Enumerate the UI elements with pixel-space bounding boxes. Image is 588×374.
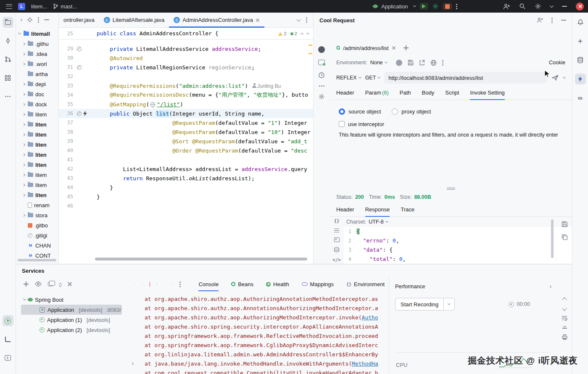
tree-item[interactable]: .githu <box>16 39 58 49</box>
environment-icon[interactable] <box>318 60 325 65</box>
response-body[interactable]: 1{2 "errno": 0,3 "data": {4 "total": 0,5… <box>344 227 572 264</box>
code-line[interactable]: 32 <box>59 72 313 81</box>
open-in-new-tab-icon[interactable] <box>48 282 53 286</box>
code-line[interactable]: 36 public Object list(Integer userId, St… <box>59 109 313 118</box>
console-tab-beans[interactable]: Beans <box>231 277 253 291</box>
chevron-right-icon[interactable] <box>22 163 25 166</box>
align-icon[interactable] <box>334 229 339 232</box>
tree-item[interactable]: renam <box>16 200 58 210</box>
charset-selector[interactable]: UTF-8 <box>369 219 388 225</box>
tree-item[interactable]: litem <box>16 170 58 180</box>
tree-item[interactable]: liten <box>16 140 58 150</box>
console-output[interactable]: at org.apache.shiro.authz.aop.Authorizin… <box>126 291 389 374</box>
tree-item[interactable]: .gitigi <box>16 230 58 240</box>
restart-spring-icon[interactable] <box>142 281 143 287</box>
chevron-right-icon[interactable] <box>22 82 25 85</box>
response-scrollbar[interactable] <box>551 219 554 258</box>
code-line[interactable]: 39 @Sort @RequestParam(defaultValue = "a… <box>59 137 313 146</box>
bean-gutter-icon[interactable] <box>77 111 82 116</box>
json-format-icon[interactable]: {} <box>334 218 339 224</box>
api-group-icon[interactable] <box>318 46 325 53</box>
response-line[interactable]: 3 "data": { <box>344 245 572 255</box>
chevron-right-icon[interactable] <box>22 213 25 216</box>
error-stripe-mark[interactable] <box>309 53 312 54</box>
more-icon[interactable] <box>321 85 322 87</box>
tab-body[interactable]: Body <box>422 86 435 100</box>
console-tab-health[interactable]: Health <box>266 277 289 291</box>
expand-performance-icon[interactable] <box>548 285 551 288</box>
save-icon[interactable] <box>408 60 414 66</box>
close-tab-icon[interactable] <box>392 46 396 50</box>
chevron-right-icon[interactable] <box>22 193 25 196</box>
recording-options-icon[interactable] <box>443 298 454 310</box>
gc-icon[interactable] <box>172 281 173 287</box>
more-tools-button[interactable] <box>3 91 13 102</box>
stack-trace-link[interactable]: Autho <box>362 314 378 321</box>
service-item[interactable]: Spring Boot <box>21 295 122 305</box>
chevron-right-icon[interactable] <box>22 42 25 45</box>
tree-item[interactable]: liten <box>16 119 58 129</box>
navigate-icon[interactable] <box>19 18 22 21</box>
tree-item[interactable]: .idea <box>16 49 58 59</box>
editor-hscrollbar[interactable] <box>95 258 307 261</box>
terminal-tool-button[interactable] <box>3 352 13 363</box>
hide-panel-icon[interactable] <box>44 19 49 20</box>
build-settings-button[interactable] <box>432 3 439 10</box>
thread-dump-icon[interactable] <box>157 282 158 287</box>
expand-collapse-icon[interactable] <box>59 282 61 287</box>
soft-wrap-icon[interactable] <box>562 316 568 321</box>
chevron-right-icon[interactable] <box>22 183 25 186</box>
cool-request-tool-button[interactable] <box>575 74 586 84</box>
send-options-icon[interactable] <box>563 76 566 79</box>
request-tab[interactable]: G /admin/address/list <box>336 45 396 51</box>
editor-tab[interactable]: CAdminAddressController.java <box>169 13 264 27</box>
chevron-right-icon[interactable] <box>22 173 25 176</box>
code-line[interactable]: 29 private LitemallAddressService addres… <box>59 44 313 53</box>
structure-tool-button[interactable] <box>3 72 13 83</box>
tab-path[interactable]: Path <box>400 86 411 100</box>
chevron-right-icon[interactable] <box>22 133 25 136</box>
tree-item[interactable]: MCHAN <box>16 240 58 250</box>
settings-gear-icon[interactable] <box>318 93 325 100</box>
http-method-selector[interactable]: GET <box>365 75 380 81</box>
console-more-icon[interactable] <box>179 284 181 285</box>
tab-param[interactable]: Param(6) <box>365 86 389 100</box>
tree-item[interactable]: .worl <box>16 59 58 69</box>
scroll-to-end-icon[interactable] <box>562 326 567 329</box>
open-log-icon[interactable] <box>165 281 166 287</box>
run-config-selector[interactable]: Application <box>381 3 416 10</box>
run-more-icon[interactable] <box>456 6 457 7</box>
tree-item[interactable]: liten <box>16 190 58 200</box>
stack-trace-link[interactable]: MethodHa <box>352 361 378 367</box>
response-line[interactable]: 2 "errno": 0, <box>344 236 572 245</box>
ai-assistant-button[interactable] <box>575 36 586 47</box>
scroll-top-icon[interactable] <box>562 297 567 302</box>
console-tab-mappings[interactable]: Mappings <box>302 277 334 291</box>
next-problem-icon[interactable] <box>306 32 309 34</box>
code-line[interactable]: 38 @RequestParam(defaultValue = "10") In… <box>59 127 313 137</box>
sticky-class-header[interactable]: 25 public class AdminAddressController {… <box>59 28 313 40</box>
editor-tab[interactable]: ontroller.java <box>59 13 99 27</box>
chevron-down-icon[interactable] <box>23 298 26 300</box>
tree-item[interactable]: doc <box>16 89 58 99</box>
contact-icon[interactable] <box>537 17 543 23</box>
tab-response[interactable]: Response <box>365 203 390 216</box>
service-item[interactable]: Application (1)[devtools] <box>21 315 122 325</box>
code-line[interactable]: 46 <box>59 201 313 211</box>
copy-response-icon[interactable] <box>562 234 568 240</box>
code-line[interactable]: 28 @Autowired <box>59 40 313 44</box>
more-icon[interactable] <box>442 62 443 63</box>
stop-icon[interactable] <box>150 282 150 287</box>
tree-item[interactable]: liten <box>16 129 58 140</box>
tree-item[interactable]: liten <box>16 150 58 160</box>
chevron-right-icon[interactable] <box>22 52 25 55</box>
bean-gutter-icon[interactable] <box>77 65 82 70</box>
view-options-icon[interactable] <box>35 282 42 287</box>
history-icon[interactable] <box>318 72 325 79</box>
tab-script[interactable]: Script <box>445 86 459 100</box>
api-doc-icon[interactable] <box>396 60 402 66</box>
code-line[interactable]: 34 @RequiresPermissionsDesc(menu = {"用户管… <box>59 90 313 100</box>
response-line[interactable]: 4 "total": 0, <box>344 255 572 264</box>
splitter-handle[interactable] <box>330 185 572 192</box>
code-line[interactable]: 44 } <box>59 183 313 192</box>
